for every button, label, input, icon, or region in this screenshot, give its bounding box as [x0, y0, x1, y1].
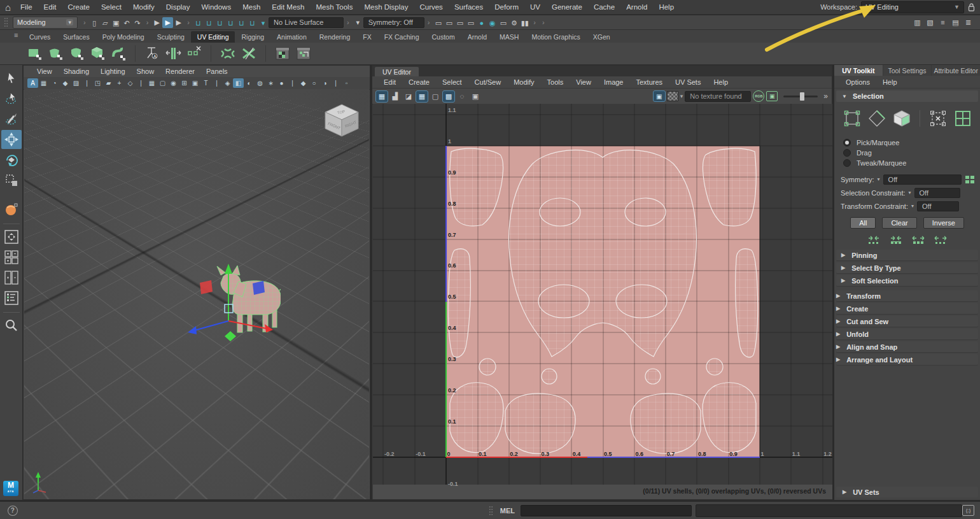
menu-item[interactable]: Modify	[127, 3, 160, 11]
symmetry-field[interactable]: Off	[883, 174, 962, 185]
grow-selection-icon[interactable]	[890, 236, 902, 245]
tab-uv-toolkit[interactable]: UV Toolkit	[834, 65, 883, 76]
collapsed-subsection[interactable]: Soft Selection	[836, 275, 978, 287]
layout-single-pane-button[interactable]	[1, 227, 22, 246]
viewport-icon[interactable]: T	[200, 78, 211, 88]
uv-toolbar-icon[interactable]: ◌	[456, 91, 468, 102]
radio-pick-marquee[interactable]: Pick/Marquee	[843, 138, 980, 146]
menu-item[interactable]: Generate	[546, 3, 588, 11]
uv-toolbar-icon[interactable]: ◪	[403, 91, 414, 102]
chevron-down-icon[interactable]: ▾	[909, 190, 911, 196]
shelf-tab[interactable]: Arnold	[461, 31, 493, 43]
zoom-magnifier-icon[interactable]	[1, 316, 22, 335]
shelf-tab[interactable]: Rigging	[235, 31, 270, 43]
viewport-icon[interactable]: ◔	[49, 78, 60, 88]
collapsed-section[interactable]: Transform	[836, 290, 978, 302]
viewport-icon[interactable]: |	[136, 78, 146, 88]
uv-canvas[interactable]: -0.2-0.100.10.20.30.40.50.60.70.80.911.1…	[373, 104, 832, 499]
viewport-icon[interactable]: ▰	[103, 78, 114, 88]
panel-menu-item[interactable]: Edit	[377, 78, 402, 86]
viewport-icon[interactable]: ▢	[157, 78, 168, 88]
uv-editor-panel-tab[interactable]: UV Editor	[375, 67, 419, 76]
viewport-icon[interactable]: ◑	[319, 78, 330, 88]
render-icon[interactable]: ⚙	[508, 18, 519, 29]
live-surface-field[interactable]: No Live Surface	[269, 17, 344, 28]
move-tool[interactable]	[1, 130, 22, 149]
group-separator[interactable]: ›	[146, 18, 149, 26]
render-icon[interactable]: ▮▮	[519, 18, 530, 29]
viewport-icon[interactable]: ●	[276, 78, 287, 88]
rgb-channels-icon[interactable]: RGB	[753, 90, 764, 102]
panel-menu-item[interactable]: Tools	[541, 78, 570, 86]
shelf-tab[interactable]: Motion Graphics	[525, 31, 586, 43]
rotate-tool[interactable]	[1, 150, 22, 169]
lasso-tool[interactable]	[1, 89, 22, 108]
panel-menu-item[interactable]: Shading	[58, 68, 95, 75]
mel-label[interactable]: MEL	[500, 507, 515, 515]
render-icon[interactable]: ▭	[444, 18, 454, 29]
planar-mapping-icon[interactable]	[25, 45, 43, 62]
viewport-icon[interactable]: ◈	[222, 78, 233, 88]
view-cube[interactable]: TOP FRONT RIGHT	[321, 102, 362, 140]
shelf-tab[interactable]: Rendering	[313, 31, 356, 43]
radio-drag[interactable]: Drag	[843, 148, 980, 157]
render-icon[interactable]: ◉	[487, 18, 498, 29]
paint-select-tool[interactable]	[1, 110, 22, 129]
snap-icon[interactable]: ⊔	[214, 18, 225, 29]
chevron-down-icon[interactable]: ▾	[878, 176, 880, 182]
lock-icon[interactable]	[968, 3, 975, 11]
select-hierarchy-icon[interactable]: ▶	[151, 17, 162, 28]
shelf-tab[interactable]: MASH	[493, 31, 525, 43]
menu-item[interactable]: Display	[160, 3, 196, 11]
shelf-menu-icon[interactable]: ≡	[14, 31, 18, 39]
slider-handle[interactable]	[800, 92, 804, 101]
shelf-tab[interactable]: FX Caching	[378, 31, 426, 43]
layout-four-pane-button[interactable]	[1, 248, 22, 267]
viewport-icon[interactable]: |	[211, 78, 222, 88]
viewport-icon[interactable]: |	[287, 78, 298, 88]
shelf-tab[interactable]: Surfaces	[57, 31, 95, 43]
straighten-uv-icon[interactable]	[164, 45, 182, 62]
contour-stretch-icon[interactable]	[109, 45, 127, 62]
command-line-grip[interactable]	[489, 506, 493, 516]
file-action-icon[interactable]: ▯	[89, 18, 100, 29]
wireframe-on-shaded-icon[interactable]: ◧	[233, 78, 244, 88]
menu-item[interactable]: Surfaces	[449, 3, 489, 11]
sidebar-toggle-icon[interactable]: ≡	[937, 17, 948, 28]
viewport-icon[interactable]: |	[330, 78, 341, 88]
viewport-icon[interactable]: ◍	[255, 78, 265, 88]
command-feedback-field[interactable]	[696, 504, 962, 517]
viewport-icon[interactable]: ⊞	[179, 78, 190, 88]
cut-uv-corner-icon[interactable]	[185, 45, 203, 62]
uv-selection-icon[interactable]	[928, 109, 948, 128]
selection-constraint-field[interactable]: Off	[914, 188, 960, 198]
shelf-tab[interactable]: UV Editing	[191, 31, 235, 43]
panel-menu-item[interactable]: View	[31, 68, 58, 75]
scale-tool[interactable]	[1, 171, 22, 190]
group-separator[interactable]: ›	[542, 18, 545, 26]
menu-item[interactable]: Select	[95, 3, 127, 11]
uv-toolbar-icon[interactable]: ▦	[416, 91, 428, 102]
sidebar-toggle-icon[interactable]: ▤	[950, 17, 961, 28]
edge-selection-icon[interactable]	[867, 109, 886, 128]
uv-toolbar-icon[interactable]: ▢	[430, 91, 441, 102]
mel-command-input[interactable]	[521, 505, 692, 516]
vertex-selection-icon[interactable]	[843, 109, 862, 128]
spherical-mapping-icon[interactable]	[67, 45, 85, 62]
cylindrical-mapping-icon[interactable]	[46, 45, 64, 62]
checker-pattern-icon[interactable]	[667, 91, 678, 101]
render-icon[interactable]: ●	[476, 17, 487, 28]
panel-menu-item[interactable]: Textures	[629, 78, 669, 86]
viewport-3d-view[interactable]: TOP FRONT RIGHT	[24, 89, 369, 499]
collapsed-section[interactable]: Unfold	[836, 329, 978, 340]
menu-item[interactable]: Edit Mesh	[266, 3, 310, 11]
sidebar-toggle-icon[interactable]: ▧	[925, 17, 935, 28]
wolf-mesh[interactable]	[217, 266, 281, 332]
menu-item[interactable]: Windows	[196, 3, 237, 11]
viewport-icon[interactable]: ▨	[71, 78, 81, 88]
face-selection-icon[interactable]	[892, 109, 911, 128]
viewport-icon[interactable]: ◳	[92, 78, 103, 88]
chevron-down-icon[interactable]: ▾	[680, 93, 683, 99]
shelf-tab[interactable]: Custom	[426, 31, 461, 43]
viewport-icon[interactable]: ◐	[244, 78, 255, 88]
